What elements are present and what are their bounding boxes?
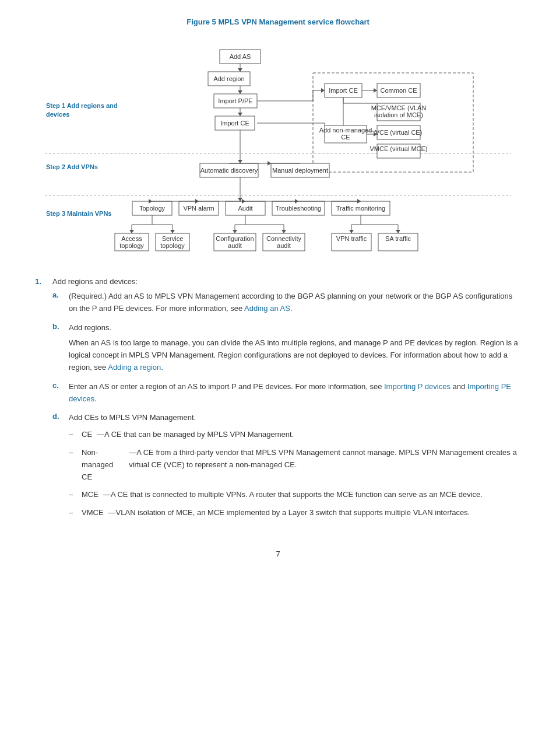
svg-text:Add region: Add region bbox=[213, 75, 244, 82]
main-list: 1. Add regions and devices: a. (Required… bbox=[35, 277, 521, 532]
svg-text:MCE/VMCE (VLAN: MCE/VMCE (VLAN bbox=[371, 104, 427, 111]
svg-marker-17 bbox=[238, 113, 242, 116]
svg-text:Step 3 Maintain VPNs: Step 3 Maintain VPNs bbox=[46, 210, 111, 217]
svg-text:Import CE: Import CE bbox=[220, 120, 249, 127]
svg-text:Import CE: Import CE bbox=[329, 87, 358, 94]
svg-text:Configuration: Configuration bbox=[216, 235, 254, 242]
sub-link1-suffix-c: and bbox=[451, 382, 467, 391]
sub-letter-d: d. bbox=[52, 412, 63, 525]
bullet-vmce-rest: —VLAN isolation of MCE, an MCE implement… bbox=[108, 507, 470, 519]
svg-marker-97 bbox=[129, 230, 134, 233]
bullet-vmce-term: VMCE bbox=[82, 507, 104, 519]
svg-marker-109 bbox=[349, 230, 354, 233]
svg-text:Add non-managed: Add non-managed bbox=[319, 127, 372, 134]
svg-marker-28 bbox=[374, 88, 377, 93]
svg-text:Audit: Audit bbox=[238, 205, 252, 212]
svg-text:topology: topology bbox=[160, 242, 185, 249]
bullet-mce-term: MCE bbox=[82, 489, 98, 501]
sub-link2-suffix-c: . bbox=[94, 394, 97, 403]
sub-suffix-a: . bbox=[290, 304, 293, 313]
sub-text-d: Add CEs to MPLS VPN Management. bbox=[69, 413, 196, 422]
figure-title: Figure 5 MPLS VPN Management service flo… bbox=[35, 18, 521, 26]
svg-text:Access: Access bbox=[121, 235, 142, 242]
list-num-1: 1. bbox=[35, 277, 47, 532]
list-content-1: Add regions and devices: a. (Required.) … bbox=[52, 277, 521, 532]
sub-letter-a: a. bbox=[52, 290, 63, 315]
svg-text:Manual deployment: Manual deployment bbox=[272, 167, 328, 174]
bullet-ce-term: CE bbox=[82, 429, 92, 441]
sub-text-c: Enter an AS or enter a region of an AS t… bbox=[69, 382, 384, 391]
svg-marker-103 bbox=[233, 230, 237, 233]
svg-text:Common CE: Common CE bbox=[381, 87, 417, 94]
flowchart: Step 1 Add regions and devices Step 2 Ad… bbox=[35, 38, 521, 260]
sub-letter-c: c. bbox=[52, 381, 63, 405]
svg-text:VPN traffic: VPN traffic bbox=[336, 235, 367, 242]
link-importing-p[interactable]: Importing P devices bbox=[384, 382, 451, 391]
svg-text:Step 1 Add regions and: Step 1 Add regions and bbox=[46, 102, 117, 109]
sub-content-b: Add regions. When an AS is too large to … bbox=[69, 322, 521, 374]
sub-extra-suffix-b: . bbox=[161, 363, 163, 372]
sub-item-a: a. (Required.) Add an AS to MPLS VPN Man… bbox=[52, 290, 521, 315]
list-item-1: 1. Add regions and devices: a. (Required… bbox=[35, 277, 521, 532]
bullet-list-d: CE—A CE that can be managed by MPLS VPN … bbox=[69, 429, 521, 519]
link-adding-as[interactable]: Adding an AS bbox=[244, 304, 290, 313]
svg-text:SA traffic: SA traffic bbox=[385, 235, 411, 242]
svg-text:Topology: Topology bbox=[139, 205, 166, 212]
svg-text:VPN alarm: VPN alarm bbox=[183, 205, 214, 212]
svg-text:isolation of MCE): isolation of MCE) bbox=[374, 111, 423, 118]
link-adding-region[interactable]: Adding a region bbox=[108, 363, 161, 372]
bullet-ce: CE—A CE that can be managed by MPLS VPN … bbox=[69, 429, 521, 441]
svg-text:Troubleshooting: Troubleshooting bbox=[276, 205, 321, 212]
svg-marker-13 bbox=[238, 90, 242, 94]
sub-content-a: (Required.) Add an AS to MPLS VPN Manage… bbox=[69, 290, 521, 315]
list-title-1: Add regions and devices: bbox=[52, 277, 138, 286]
svg-marker-51 bbox=[238, 160, 242, 163]
page-number: 7 bbox=[35, 550, 521, 558]
sub-item-b: b. Add regions. When an AS is too large … bbox=[52, 322, 521, 374]
svg-text:topology: topology bbox=[119, 242, 144, 249]
sub-content-d: Add CEs to MPLS VPN Management. CE—A CE … bbox=[69, 412, 521, 525]
svg-text:VCE (virtual CE): VCE (virtual CE) bbox=[375, 129, 423, 136]
svg-text:Step 2  Add VPNs: Step 2 Add VPNs bbox=[46, 163, 98, 170]
svg-marker-99 bbox=[170, 230, 175, 233]
sub-letter-b: b. bbox=[52, 322, 63, 374]
sub-item-d: d. Add CEs to MPLS VPN Management. CE—A … bbox=[52, 412, 521, 525]
svg-text:audit: audit bbox=[277, 242, 291, 249]
svg-marker-9 bbox=[238, 68, 242, 72]
svg-marker-58 bbox=[268, 161, 271, 166]
sub-list-1: a. (Required.) Add an AS to MPLS VPN Man… bbox=[52, 290, 521, 525]
svg-marker-60 bbox=[238, 198, 242, 201]
svg-text:Import P/PE: Import P/PE bbox=[218, 97, 252, 104]
svg-marker-105 bbox=[281, 230, 286, 233]
bullet-nm-term: Non-managed CE bbox=[82, 447, 124, 483]
sub-extra-b: When an AS is too large to manage, you c… bbox=[69, 337, 521, 373]
svg-text:audit: audit bbox=[228, 242, 242, 249]
bullet-ce-rest: —A CE that can be managed by MPLS VPN Ma… bbox=[97, 429, 294, 441]
sub-item-c: c. Enter an AS or enter a region of an A… bbox=[52, 381, 521, 405]
sub-text-b: Add regions. bbox=[69, 323, 111, 332]
bullet-mce-rest: —A CE that is connected to multiple VPNs… bbox=[103, 489, 483, 501]
svg-text:Automatic discovery: Automatic discovery bbox=[200, 167, 258, 174]
svg-text:Add AS: Add AS bbox=[230, 53, 251, 60]
bullet-vmce: VMCE—VLAN isolation of MCE, an MCE imple… bbox=[69, 507, 521, 519]
sub-content-c: Enter an AS or enter a region of an AS t… bbox=[69, 381, 521, 405]
bullet-nm-rest: —A CE from a third-party vendor that MPL… bbox=[129, 447, 521, 483]
svg-marker-111 bbox=[396, 230, 400, 233]
svg-text:devices: devices bbox=[46, 111, 69, 118]
bullet-nonmanaged-ce: Non-managed CE—A CE from a third-party v… bbox=[69, 447, 521, 483]
svg-text:CE: CE bbox=[341, 134, 350, 141]
svg-marker-24 bbox=[321, 88, 325, 93]
bullet-mce: MCE—A CE that is connected to multiple V… bbox=[69, 489, 521, 501]
svg-text:Service: Service bbox=[162, 235, 184, 242]
svg-text:Traffic monitoring: Traffic monitoring bbox=[336, 205, 385, 212]
svg-text:Connectivity: Connectivity bbox=[266, 235, 301, 242]
svg-text:VMCE (virtual MCE): VMCE (virtual MCE) bbox=[370, 145, 427, 152]
